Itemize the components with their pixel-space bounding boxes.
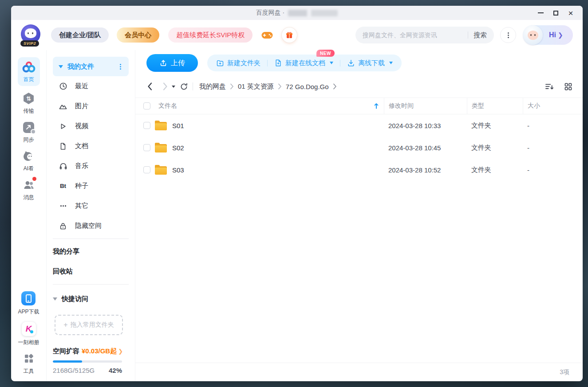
row-checkbox[interactable] [143,166,150,173]
sidebar-item-recent[interactable]: 最近 [53,76,129,96]
account-button[interactable]: Hi ❯ [523,25,573,45]
offline-download-button[interactable]: 离线下载 [347,59,393,67]
sidebar-item-torrents[interactable]: Bt 种子 [53,176,129,196]
more-menu-button[interactable] [500,27,516,43]
notification-dot [32,177,36,181]
back-button[interactable] [147,82,153,91]
minimize-button[interactable] [533,6,548,20]
game-button[interactable] [260,27,275,43]
sort-button[interactable] [545,83,554,90]
table-row[interactable]: S01 2024-03-28 10:33 文件夹 - [135,114,583,137]
image-icon [59,102,67,111]
member-center-button[interactable]: 会员中心 [117,27,159,43]
sidebar-item-label: 最近 [75,82,88,90]
table-row[interactable]: S03 2024-03-28 10:52 文件夹 - [135,159,583,181]
sidebar-item-videos[interactable]: 视频 [53,116,129,136]
sidebar-item-documents[interactable]: 文档 [53,136,129,156]
create-team-button[interactable]: 创建企业/团队 [51,27,109,43]
search-input[interactable] [363,31,462,39]
column-header-size[interactable]: 大小 [523,98,572,114]
sidebar-item-pictures[interactable]: 图片 [53,96,129,116]
gift-button[interactable] [282,27,297,43]
sidebar-item-hidden-space[interactable]: 隐藏空间 [53,216,129,236]
divider [53,238,129,239]
rail-item-tools[interactable]: 工具 [24,352,34,375]
search-button[interactable]: 搜索 [474,31,487,39]
window-title: 百度网盘 · [256,9,338,17]
quick-access-title: 快捷访问 [62,295,88,303]
file-name[interactable]: S01 [172,122,184,129]
row-checkbox[interactable] [143,144,150,151]
photo-album-icon: K [22,321,36,336]
drop-favorite-folder-zone[interactable]: 拖入常用文件夹 [55,315,123,335]
rail-label: 一刻相册 [18,339,39,346]
new-online-doc-button[interactable]: 新建在线文档 [274,59,333,67]
new-online-doc-label: 新建在线文档 [285,59,325,67]
sidebar-item-other[interactable]: 其它 [53,196,129,216]
column-header-type[interactable]: 类型 [467,98,523,114]
sidebar-item-music[interactable]: 音乐 [53,156,129,176]
toolbar-divider [340,60,340,66]
sort-ascending-icon[interactable] [374,103,379,109]
sidebar-item-label: 图片 [75,102,88,110]
storage-progress-fill [53,360,82,363]
download-icon [347,59,355,67]
breadcrumb-item-root[interactable]: 我的网盘 [199,82,226,91]
home-logo-icon [22,60,36,74]
maximize-button[interactable] [548,6,563,20]
storage-progress-track [53,360,122,363]
minimize-icon [538,12,544,13]
my-files-menu-button[interactable] [118,64,123,69]
tools-icon [24,352,34,365]
row-checkbox[interactable] [143,122,150,129]
rail-item-messages[interactable]: 消息 [23,178,35,201]
headphones-icon [59,162,67,171]
file-name[interactable]: S03 [172,166,184,174]
history-dropdown-button[interactable] [172,86,175,88]
storage-panel: 空间扩容 ¥0.03/GB起 ❯ 2168G/5125G 42% [53,347,122,374]
close-button[interactable]: × [563,6,578,20]
rail-label: 传输 [24,107,34,115]
folder-icon [155,121,167,130]
rail-item-home[interactable]: 首页 [18,57,40,86]
file-size: - [523,144,572,152]
forward-button[interactable] [162,82,168,91]
svip-badge: SVIP2 [20,40,39,47]
breadcrumb-item-current[interactable]: 72 Go.Dog.Go [286,83,329,90]
header: SVIP2 创建企业/团队 会员中心 超值续费延长SVIP特权 [11,20,583,50]
app-logo-avatar[interactable]: SVIP2 [20,24,41,46]
ai-view-icon [23,149,35,163]
rail-item-photo-album[interactable]: K 一刻相册 [18,321,39,346]
sidebar-item-my-share[interactable]: 我的分享 [53,242,129,262]
breadcrumb-expand-button[interactable] [333,83,337,90]
column-header-modified[interactable]: 修改时间 [384,98,467,114]
breadcrumb-item-parent[interactable]: 01 英文资源 [238,82,274,91]
refresh-button[interactable] [180,82,188,91]
quick-access-header[interactable]: 快捷访问 [53,290,129,308]
new-folder-button[interactable]: 新建文件夹 [216,59,260,67]
sidebar-my-files-header[interactable]: 我的文件 [53,57,129,76]
gift-icon [282,27,297,43]
column-header-name[interactable]: 文件名 [158,102,177,110]
file-name[interactable]: S02 [172,144,184,152]
upload-label: 上传 [171,59,185,68]
status-bar: 3项 [135,363,583,381]
close-icon: × [568,9,573,17]
table-row[interactable]: S02 2024-03-28 10:45 文件夹 - [135,137,583,159]
file-table-header: 文件名 修改时间 类型 大小 [135,98,583,114]
storage-expand-link[interactable]: 空间扩容 ¥0.03/GB起 ❯ [53,347,122,356]
grid-view-button[interactable] [564,82,572,91]
rail-item-ai-view[interactable]: AI看 [23,149,35,172]
rail-item-sync[interactable]: 同步 [23,121,34,144]
file-modified: 2024-03-28 10:33 [384,122,467,129]
sidebar-item-recycle-bin[interactable]: 回收站 [53,262,129,281]
breadcrumb: 我的网盘 01 英文资源 72 Go.Dog.Go [199,82,341,91]
svip-promo-button[interactable]: 超值续费延长SVIP特权 [168,27,253,43]
play-icon [59,122,67,131]
upload-button[interactable]: 上传 [146,54,198,72]
folder-icon [155,165,167,175]
rail-item-app-download[interactable]: APP下载 [18,291,39,316]
file-size: - [523,166,572,174]
select-all-checkbox[interactable] [143,102,150,109]
rail-item-transfer[interactable]: ⇅ 传输 [23,92,35,115]
